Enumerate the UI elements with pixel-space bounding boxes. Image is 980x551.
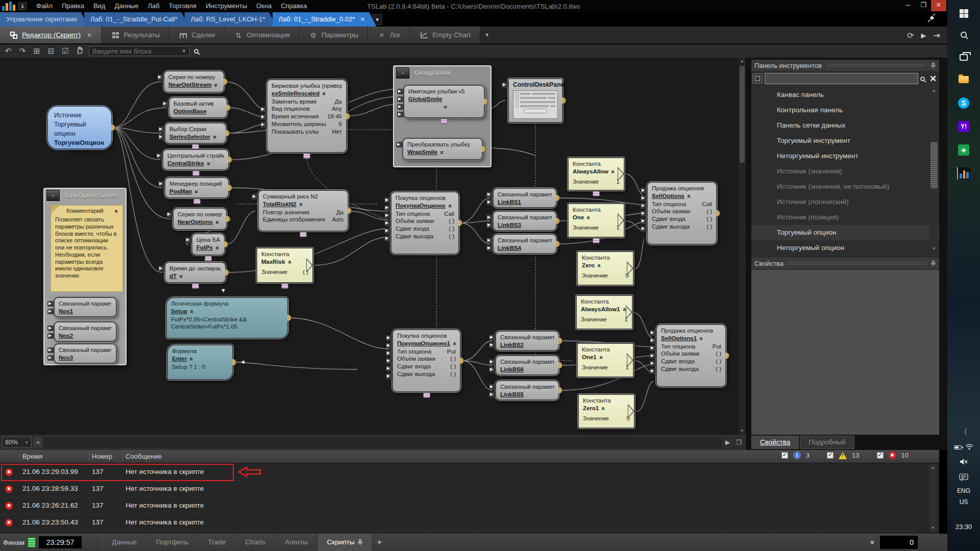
- chevron-down-icon[interactable]: ▼: [182, 48, 186, 54]
- collapse-group-button[interactable]: -: [396, 67, 409, 79]
- step-forward-icon[interactable]: ⇥: [934, 31, 940, 40]
- log-row[interactable]: ✖ 21.06 23:23:50.43 137 Нет источника в …: [0, 514, 919, 531]
- node-link-bs1[interactable]: Связанный параметр LinkBS1: [493, 188, 557, 208]
- toolbox-scrollbar[interactable]: ▲ ▼: [930, 87, 938, 253]
- tab-detailed[interactable]: Подробный: [800, 436, 854, 449]
- output-port[interactable]: [482, 145, 486, 153]
- collapse-icon[interactable]: «: [187, 357, 195, 361]
- tab-results[interactable]: Результаты: [102, 27, 169, 43]
- bottom-port[interactable]: [300, 232, 307, 237]
- tray-battery-wifi[interactable]: [947, 443, 980, 452]
- expand-icon[interactable]: «: [177, 274, 185, 278]
- scroll-up-icon[interactable]: ▲: [929, 464, 937, 471]
- collapse-icon[interactable]: «: [595, 264, 603, 267]
- notification-icon[interactable]: [947, 473, 980, 484]
- volume-muted-icon[interactable]: [947, 458, 980, 467]
- toolbox-item[interactable]: Источник (значения): [751, 164, 939, 179]
- bottom-port[interactable]: [192, 284, 199, 289]
- skype-icon[interactable]: S: [951, 93, 976, 113]
- scroll-down-icon[interactable]: ▼: [930, 245, 938, 253]
- collapse-icon[interactable]: «: [188, 310, 196, 313]
- node-total-risk[interactable]: Суммарный риск N2 TotalRiskN2« Повтор зн…: [258, 190, 349, 232]
- group-smile[interactable]: - GroupSmile Имитация улыбки v5 GlobalSm…: [393, 65, 492, 167]
- messenger-app-icon[interactable]: Y!: [951, 116, 976, 137]
- node-fut-px[interactable]: Цена БА FutPx«: [191, 233, 225, 256]
- log-scrollbar[interactable]: ▲ ▼: [929, 464, 937, 532]
- reconnect-icon[interactable]: ⟳: [907, 31, 914, 40]
- collapse-icon[interactable]: «: [446, 204, 454, 208]
- collapse-icon[interactable]: «: [609, 170, 617, 173]
- block-name-input[interactable]: [92, 47, 179, 55]
- node-link-bs4[interactable]: Связанный параметр LinkBS4: [493, 234, 557, 254]
- toolbox-search-input[interactable]: [765, 73, 918, 84]
- bottom-tab[interactable]: Портфель: [146, 534, 199, 551]
- menu-item[interactable]: Инструменты: [201, 0, 252, 12]
- node-nos1[interactable]: Связанный параметр Nos1: [54, 297, 117, 317]
- warning-filter-checkbox[interactable]: [827, 452, 834, 459]
- canvas-horizontal-scrollbar[interactable]: [44, 437, 721, 447]
- node-nos3[interactable]: Связанный параметр Nos3: [54, 343, 117, 364]
- start-button-icon[interactable]: [951, 3, 976, 23]
- toolbox-item[interactable]: Неторгуемый инструмент: [751, 148, 939, 164]
- import-icon[interactable]: ⇓: [18, 2, 27, 10]
- node-link-bs2[interactable]: Связанный параметр LinkBS2: [495, 331, 559, 351]
- node-const-always-allow1[interactable]: Константа AlwaysAllow1« Значение1: [576, 295, 633, 330]
- close-button[interactable]: ✕: [931, 0, 946, 11]
- bottom-port[interactable]: [193, 199, 201, 204]
- disconnect-icon[interactable]: [927, 14, 936, 25]
- maximize-button[interactable]: ❐: [916, 0, 931, 11]
- node-dt[interactable]: Время до экспирации dT«: [164, 262, 226, 283]
- search-icon[interactable]: [920, 77, 925, 81]
- menu-item[interactable]: Справка: [276, 0, 311, 12]
- properties-panel-header[interactable]: Свойства: [751, 258, 939, 269]
- node-link-bs5[interactable]: Связанный параметр LinkBS5: [495, 380, 559, 400]
- scroll-down-icon[interactable]: ▼: [739, 428, 746, 435]
- layout-windows-icon[interactable]: ❐: [734, 439, 744, 446]
- node-nos2[interactable]: Связанный параметр Nos2: [54, 321, 117, 342]
- collapse-icon[interactable]: «: [597, 356, 605, 359]
- block-name-combobox[interactable]: ▼: [89, 46, 190, 56]
- pin-icon[interactable]: [930, 260, 936, 267]
- close-tab-icon[interactable]: ✕: [360, 16, 365, 23]
- tab-parameters[interactable]: ⚙ Параметры: [300, 27, 368, 43]
- node-formula-enter[interactable]: Формула Enter« Setup ? 1 : 0: [167, 344, 233, 380]
- bottom-port[interactable]: [593, 238, 600, 243]
- close-tab-icon[interactable]: ✕: [87, 32, 92, 39]
- node-control-desk-pane[interactable]: ControlDeskPane: [508, 78, 563, 123]
- expand-icon[interactable]: «: [213, 246, 222, 249]
- wifi-icon[interactable]: [965, 444, 973, 450]
- tab-script-manager[interactable]: Управление скриптами: [0, 12, 88, 27]
- node-near-opt-stream[interactable]: Серия по номеру NearOptStream«: [163, 70, 225, 93]
- scroll-down-icon[interactable]: ▼: [929, 524, 937, 532]
- bottom-tab[interactable]: Данные: [102, 534, 146, 551]
- node-const-zero1[interactable]: Константа Zero1« Значение0: [578, 394, 635, 429]
- toolbox-item[interactable]: Источник (значения, не потоковый): [751, 179, 939, 194]
- collapse-icon[interactable]: «: [620, 308, 628, 311]
- tab-deals[interactable]: Сделки: [169, 27, 225, 43]
- node-source-option[interactable]: Источник Торгуемый опцион ТоргуемОпцион …: [47, 106, 112, 149]
- toolbox-item[interactable]: Источник (логический): [751, 194, 939, 210]
- column-message[interactable]: Сообщение: [126, 453, 162, 460]
- block-palette-icon[interactable]: [752, 73, 763, 84]
- node-smile-rescaled[interactable]: Биржевая улыбка (приведенн exSmileRescal…: [266, 79, 347, 153]
- column-time[interactable]: Время: [22, 453, 42, 460]
- expand-icon[interactable]: «: [212, 83, 220, 87]
- validate-icon[interactable]: ☑: [60, 46, 70, 56]
- node-const-one1[interactable]: Константа One1« Значение1: [577, 343, 634, 378]
- toolbox-item[interactable]: Канвас панель: [751, 87, 939, 103]
- battery-icon[interactable]: [954, 445, 963, 450]
- language-region[interactable]: US: [947, 498, 980, 506]
- scroll-up-icon[interactable]: ▲: [739, 58, 746, 65]
- undo-icon[interactable]: ↶: [3, 46, 13, 56]
- log-row[interactable]: ✖ 21.06 23:29:03.99 137 Нет источника в …: [0, 464, 919, 481]
- pin-icon[interactable]: [930, 62, 936, 69]
- scroll-left-icon[interactable]: ◄: [34, 437, 42, 447]
- node-logic-formula[interactable]: Логическая формула Setup« FutPx*0.95<Cen…: [166, 297, 288, 339]
- play-icon[interactable]: ▶: [723, 439, 732, 446]
- taskbar-search-icon[interactable]: [951, 24, 976, 45]
- expand-icon[interactable]: «: [204, 162, 212, 165]
- node-const-maxrisk[interactable]: Константа MaxRisk« Значение( ): [256, 247, 313, 283]
- collapse-icon[interactable]: «: [297, 203, 305, 206]
- collapse-icon[interactable]: «: [285, 260, 293, 264]
- collapse-icon[interactable]: «: [599, 407, 607, 410]
